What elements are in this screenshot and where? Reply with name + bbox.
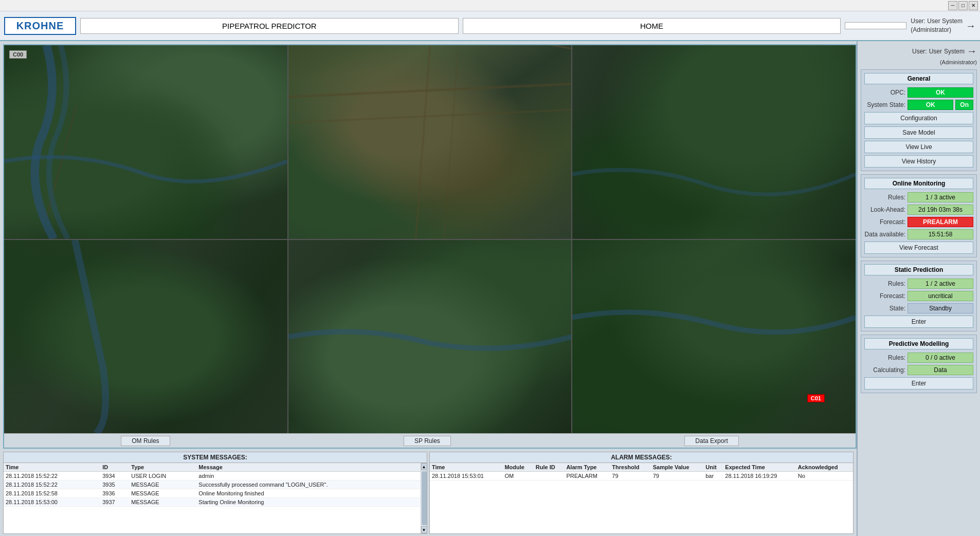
alarm-col-alarmtype: Alarm Type <box>564 463 610 472</box>
pm-calculating-value: Data <box>908 365 973 375</box>
online-monitoring-title-button[interactable]: Online Monitoring <box>864 178 973 189</box>
extra-header <box>845 22 906 29</box>
sp-forecast-label: Forecast: <box>864 292 905 300</box>
opc-label: OPC: <box>864 89 905 96</box>
sys-msg-type: MESSAGE <box>129 480 196 489</box>
sys-msg-id: 3934 <box>100 472 129 480</box>
map-label-c00: C00 <box>9 50 27 59</box>
general-title-button[interactable]: General <box>864 73 973 84</box>
sys-msg-message: Successfully processed command "LOGIN_US… <box>196 480 427 489</box>
messages-area: SYSTEM MESSAGES: Time ID Type Message <box>3 452 854 534</box>
alarm-unit: bar <box>703 472 723 480</box>
configuration-button[interactable]: Configuration <box>864 112 973 124</box>
maximize-button[interactable]: □ <box>958 1 968 10</box>
data-export-button[interactable]: Data Export <box>684 436 738 446</box>
map-cell-4[interactable] <box>4 240 287 434</box>
system-state-on: On <box>955 100 973 110</box>
alarm-col-module: Module <box>502 463 533 472</box>
svg-line-0 <box>288 84 572 97</box>
opc-status: OK <box>908 87 973 98</box>
sys-msg-message: Online Monitoring finished <box>196 489 427 498</box>
right-logout-icon[interactable]: → <box>967 45 977 57</box>
sp-state-row: State: Standby <box>864 303 973 313</box>
system-messages-table: Time ID Type Message 28.11.2018 15:52:22… <box>4 463 427 507</box>
om-forecast-label: Forecast: <box>864 218 905 226</box>
alarm-col-sampleval: Sample Value <box>651 463 703 472</box>
om-forecast-value: PREALARM <box>908 217 973 227</box>
save-model-button[interactable]: Save Model <box>864 126 973 139</box>
col-message: Message <box>196 463 427 472</box>
pm-rules-value: 0 / 0 active <box>908 353 973 363</box>
app-title: PIPEPATROL PREDICTOR <box>80 18 459 34</box>
predictive-modelling-title-button[interactable]: Predictive Modelling <box>864 338 973 349</box>
alarm-time: 28.11.2018 15:53:01 <box>430 472 502 480</box>
system-message-row: 28.11.2018 15:53:00 3937 MESSAGE Startin… <box>4 498 427 507</box>
map-cell-1[interactable]: C00 <box>4 45 287 239</box>
sp-rules-button[interactable]: SP Rules <box>404 436 451 446</box>
sys-msg-id: 3935 <box>100 480 129 489</box>
alarm-col-time: Time <box>430 463 502 472</box>
static-prediction-title-button[interactable]: Static Prediction <box>864 264 973 275</box>
col-type: Type <box>129 463 196 472</box>
close-button[interactable]: ✕ <box>969 1 978 10</box>
pm-enter-button[interactable]: Enter <box>864 377 973 390</box>
scroll-down[interactable]: ▼ <box>421 526 427 533</box>
map-cell-3[interactable] <box>572 45 856 239</box>
logout-icon[interactable]: → <box>966 20 976 32</box>
col-time: Time <box>4 463 100 472</box>
map-grid: C00 <box>4 45 856 433</box>
user-label: User: <box>911 17 925 25</box>
alarm-messages-table: Time Module Rule ID Alarm Type Threshold… <box>430 463 853 480</box>
map-cell-5[interactable] <box>288 240 572 434</box>
om-rules-value: 1 / 3 active <box>908 192 973 202</box>
sys-msg-type: MESSAGE <box>129 489 196 498</box>
view-forecast-button[interactable]: View Forecast <box>864 242 973 254</box>
scroll-up[interactable]: ▲ <box>421 463 427 470</box>
sys-msg-type: USER LOGIN <box>129 472 196 480</box>
sys-msg-time: 28.11.2018 15:52:22 <box>4 480 100 489</box>
minimize-button[interactable]: ─ <box>948 1 957 10</box>
right-user-label: User: <box>912 48 927 55</box>
right-user-role: (Administrator) <box>861 59 977 65</box>
alarm-type: PREALARM <box>564 472 610 480</box>
user-info: User: User System (Administrator) → <box>911 17 976 34</box>
sys-msg-time: 28.11.2018 15:53:00 <box>4 498 100 507</box>
map-cell-6[interactable]: C01 <box>572 240 856 434</box>
system-message-row: 28.11.2018 15:52:58 3936 MESSAGE Online … <box>4 489 427 498</box>
om-lookahead-label: Look-Ahead: <box>864 206 905 213</box>
sys-msg-type: MESSAGE <box>129 498 196 507</box>
alarm-threshold: 79 <box>610 472 650 480</box>
alarm-col-ruleid: Rule ID <box>534 463 565 472</box>
title-bar: ─ □ ✕ <box>0 0 980 11</box>
user-role2: (Administrator) <box>911 26 951 33</box>
online-monitoring-section: Online Monitoring Rules: 1 / 3 active Lo… <box>861 174 977 257</box>
opc-row: OPC: OK <box>864 87 973 98</box>
svg-line-1 <box>288 110 572 123</box>
home-button[interactable]: HOME <box>463 18 841 34</box>
view-live-button[interactable]: View Live <box>864 141 973 153</box>
alarm-col-expectedtime: Expected Time <box>723 463 795 472</box>
sp-state-label: State: <box>864 305 905 312</box>
sp-rules-value: 1 / 2 active <box>908 279 973 289</box>
sys-msg-id: 3937 <box>100 498 129 507</box>
map-cell-2[interactable] <box>288 45 572 239</box>
alarm-expected-time: 28.11.2018 16:19:29 <box>723 472 795 480</box>
svg-line-3 <box>444 45 459 239</box>
system-messages-panel: SYSTEM MESSAGES: Time ID Type Message <box>3 452 427 534</box>
sp-enter-button[interactable]: Enter <box>864 316 973 328</box>
om-rules-button[interactable]: OM Rules <box>121 436 170 446</box>
scroll-thumb <box>422 471 427 525</box>
om-data-available-row: Data available: 15:51:58 <box>864 229 973 239</box>
view-history-button[interactable]: View History <box>864 155 973 168</box>
sp-forecast-value: uncritical <box>908 291 973 301</box>
right-user-name: User <box>929 48 942 55</box>
alarm-acknowledged: No <box>796 472 853 480</box>
general-section: General OPC: OK System State: OK On Conf… <box>861 69 977 171</box>
alarm-col-unit: Unit <box>703 463 723 472</box>
sp-rules-label: Rules: <box>864 280 905 287</box>
right-user-system: System <box>944 48 965 55</box>
col-id: ID <box>100 463 129 472</box>
system-messages-header: SYSTEM MESSAGES: <box>4 452 427 463</box>
alarm-rule-id <box>534 472 565 480</box>
scroll-indicator: ▲ ▼ <box>421 463 427 533</box>
